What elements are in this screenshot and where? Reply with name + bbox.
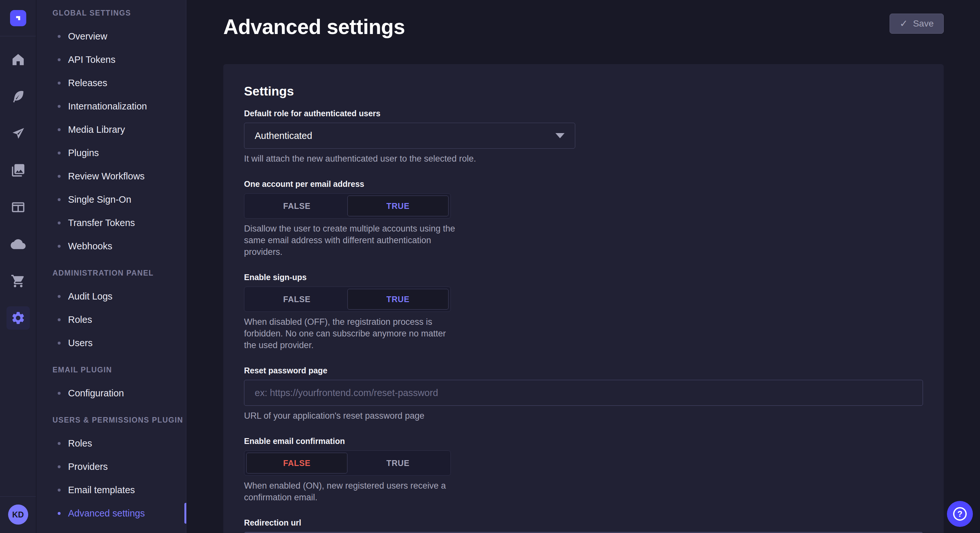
bullet-icon: [58, 58, 60, 61]
sidebar-section-email-plugin: EMAIL PLUGIN: [36, 358, 186, 381]
bullet-icon: [58, 295, 60, 298]
field-hint: When enabled (ON), new registered users …: [244, 480, 458, 503]
sidebar-item-up-roles[interactable]: Roles: [36, 431, 186, 455]
question-mark-icon: ?: [953, 507, 967, 521]
sidebar-item-audit-logs[interactable]: Audit Logs: [36, 285, 186, 308]
bullet-icon: [58, 105, 60, 108]
layout-icon[interactable]: [6, 195, 30, 219]
sidebar-item-releases[interactable]: Releases: [36, 71, 186, 95]
field-label: Default role for authenticated users: [244, 109, 923, 118]
sidebar-item-overview[interactable]: Overview: [36, 25, 186, 48]
field-hint: When disabled (OFF), the registration pr…: [244, 316, 458, 351]
field-reset-password-page: Reset password page URL of your applicat…: [244, 366, 923, 422]
field-one-account-per-email: One account per email address FALSE TRUE…: [244, 179, 923, 258]
bullet-icon: [58, 512, 60, 515]
sidebar-section-users-permissions-plugin: USERS & PERMISSIONS PLUGIN: [36, 408, 186, 431]
check-icon: ✓: [900, 19, 908, 29]
rail-bottom: KD: [0, 497, 36, 533]
reset-password-input[interactable]: [244, 380, 923, 406]
select-value: Authenticated: [255, 130, 312, 141]
logo-block: [0, 0, 36, 36]
toggle-option-false[interactable]: FALSE: [246, 453, 347, 473]
field-label: Redirection url: [244, 518, 923, 528]
field-label: One account per email address: [244, 179, 923, 189]
page-header: Advanced settings ✓ Save: [223, 14, 944, 39]
bullet-icon: [58, 342, 60, 344]
avatar[interactable]: KD: [8, 504, 28, 525]
sidebar-section-global-settings: GLOBAL SETTINGS: [36, 1, 186, 25]
bullet-icon: [58, 128, 60, 131]
bullet-icon: [58, 82, 60, 84]
bullet-icon: [58, 245, 60, 248]
bullet-icon: [58, 175, 60, 178]
toggle-option-true[interactable]: TRUE: [347, 453, 449, 473]
sidebar-item-admin-users[interactable]: Users: [36, 331, 186, 355]
field-default-role: Default role for authenticated users Aut…: [244, 109, 923, 165]
page-title: Advanced settings: [223, 14, 405, 39]
panel-heading: Settings: [244, 84, 923, 98]
sidebar-item-plugins[interactable]: Plugins: [36, 141, 186, 165]
bullet-icon: [58, 465, 60, 468]
bullet-icon: [58, 442, 60, 445]
cloud-icon[interactable]: [6, 233, 30, 256]
sign-ups-toggle: FALSE TRUE: [244, 287, 451, 312]
help-button[interactable]: ?: [947, 501, 973, 527]
sidebar-item-email-templates[interactable]: Email templates: [36, 478, 186, 501]
sidebar-item-single-sign-on[interactable]: Single Sign-On: [36, 188, 186, 211]
sidebar-item-internationalization[interactable]: Internationalization: [36, 95, 186, 118]
sidebar-section-administration-panel: ADMINISTRATION PANEL: [36, 261, 186, 285]
sidebar-item-review-workflows[interactable]: Review Workflows: [36, 165, 186, 188]
chevron-down-icon: [555, 133, 565, 138]
field-hint: URL of your application's reset password…: [244, 410, 923, 422]
toggle-option-true[interactable]: TRUE: [347, 289, 449, 309]
toggle-option-true[interactable]: TRUE: [347, 195, 449, 216]
field-label: Reset password page: [244, 366, 923, 375]
bullet-icon: [58, 392, 60, 395]
sidebar-item-advanced-settings[interactable]: Advanced settings: [36, 501, 186, 525]
field-label: Enable sign-ups: [244, 273, 923, 282]
sidebar-item-providers[interactable]: Providers: [36, 455, 186, 478]
paper-plane-icon[interactable]: [6, 122, 30, 145]
default-role-select[interactable]: Authenticated: [244, 123, 575, 149]
cart-icon[interactable]: [6, 270, 30, 293]
toggle-option-false[interactable]: FALSE: [246, 195, 347, 216]
field-enable-email-confirmation: Enable email confirmation FALSE TRUE Whe…: [244, 436, 923, 503]
field-hint: Disallow the user to create multiple acc…: [244, 223, 458, 258]
home-icon[interactable]: [6, 48, 30, 71]
sidebar-item-admin-roles[interactable]: Roles: [36, 308, 186, 331]
sidebar-item-api-tokens[interactable]: API Tokens: [36, 48, 186, 71]
settings-panel: Settings Default role for authenticated …: [223, 64, 944, 533]
sidebar-item-email-configuration[interactable]: Configuration: [36, 381, 186, 405]
bullet-icon: [58, 489, 60, 492]
email-confirmation-toggle: FALSE TRUE: [244, 451, 451, 476]
sidebar-item-transfer-tokens[interactable]: Transfer Tokens: [36, 211, 186, 235]
bullet-icon: [58, 35, 60, 38]
bullet-icon: [58, 222, 60, 224]
main-content: Advanced settings ✓ Save Settings Defaul…: [186, 0, 980, 533]
strapi-logo-glyph: [13, 13, 23, 23]
field-redirection-url: Redirection url: [244, 518, 923, 533]
one-account-toggle: FALSE TRUE: [244, 194, 451, 219]
save-button[interactable]: ✓ Save: [889, 14, 944, 34]
media-library-icon[interactable]: [6, 159, 30, 182]
sidebar-item-webhooks[interactable]: Webhooks: [36, 235, 186, 258]
field-hint: It will attach the new authenticated use…: [244, 153, 923, 165]
toggle-option-false[interactable]: FALSE: [246, 289, 347, 309]
field-enable-sign-ups: Enable sign-ups FALSE TRUE When disabled…: [244, 273, 923, 351]
rail-nav: [6, 36, 30, 330]
settings-sidebar: GLOBAL SETTINGS Overview API Tokens Rele…: [36, 0, 186, 533]
bullet-icon: [58, 318, 60, 321]
feather-icon[interactable]: [6, 85, 30, 108]
settings-gear-icon[interactable]: [6, 306, 30, 330]
strapi-logo[interactable]: [10, 10, 26, 26]
bullet-icon: [58, 152, 60, 154]
sidebar-item-media-library[interactable]: Media Library: [36, 118, 186, 141]
icon-rail: KD: [0, 0, 36, 533]
bullet-icon: [58, 198, 60, 201]
save-button-label: Save: [913, 19, 934, 29]
field-label: Enable email confirmation: [244, 436, 923, 446]
